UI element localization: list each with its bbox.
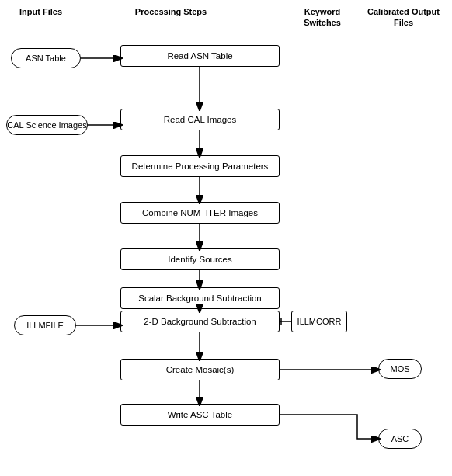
col-header-output: Calibrated Output Files [367, 6, 440, 29]
illmfile-box: ILLMFILE [14, 315, 76, 335]
asc-output-box: ASC [378, 429, 422, 449]
diagram-container: Input Files Processing Steps Keyword Swi… [0, 0, 452, 476]
combine-num-iter-box: Combine NUM_ITER Images [120, 202, 280, 224]
2d-background-box: 2-D Background Subtraction [120, 311, 280, 332]
mos-output-box: MOS [378, 359, 422, 379]
col-header-processing: Processing Steps [120, 6, 221, 17]
read-asn-table-box: Read ASN Table [120, 45, 280, 67]
col-header-keyword: Keyword Switches [287, 6, 357, 29]
cal-science-images-box: CAL Science Images [6, 115, 88, 135]
illm-corr-box: ILLMCORR [291, 311, 347, 332]
col-header-input: Input Files [8, 6, 74, 17]
read-cal-images-box: Read CAL Images [120, 109, 280, 130]
create-mosaic-box: Create Mosaic(s) [120, 359, 280, 380]
asn-table-box: ASN Table [11, 48, 81, 68]
write-asc-table-box: Write ASC Table [120, 404, 280, 426]
scalar-background-box: Scalar Background Subtraction [120, 287, 280, 309]
identify-sources-box: Identify Sources [120, 248, 280, 270]
determine-processing-box: Determine Processing Parameters [120, 155, 280, 177]
